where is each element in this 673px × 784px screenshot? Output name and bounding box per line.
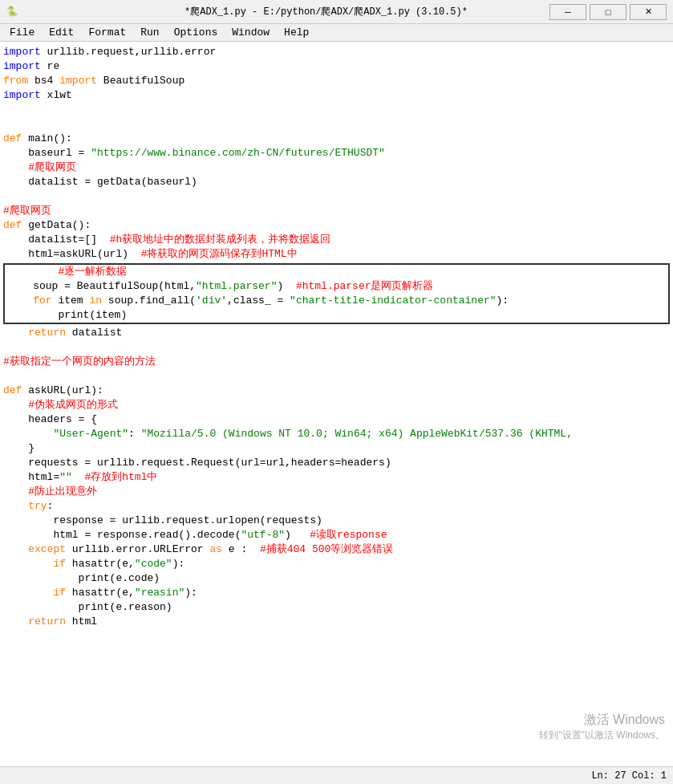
highlighted-code-block: #逐一解析数据 soup = BeautifulSoup(html,"html.…: [3, 263, 670, 324]
code-line: headers = {: [0, 412, 673, 427]
code-line: baseurl = "https://www.binance.com/zh-CN…: [0, 146, 673, 160]
code-line: datalist=[] #h获取地址中的数据封装成列表，并将数据返回: [0, 233, 673, 247]
code-line: #防止出现意外: [0, 485, 673, 499]
menu-run[interactable]: Run: [134, 25, 165, 40]
code-line: "User-Agent": "Mozilla/5.0 (Windows NT 1…: [0, 427, 673, 441]
maximize-button[interactable]: □: [590, 4, 626, 20]
minimize-button[interactable]: ─: [549, 4, 586, 20]
code-line: import urllib.request,urllib.error: [0, 45, 673, 59]
status-bar: Ln: 27 Col: 1: [0, 766, 673, 784]
window-controls[interactable]: ─ □ ✕: [549, 4, 667, 20]
menu-file[interactable]: File: [3, 25, 41, 40]
code-line: [0, 369, 673, 384]
code-line: print(item): [5, 308, 668, 323]
code-line: }: [0, 441, 673, 456]
windows-watermark: 激活 Windows 转到"设置"以激活 Windows。: [539, 712, 665, 742]
code-line: datalist = getData(baseurl): [0, 175, 673, 189]
code-line: #爬取网页: [0, 204, 673, 218]
code-line: def askURL(url):: [0, 384, 673, 398]
close-button[interactable]: ✕: [630, 4, 667, 20]
title-bar: 🐍 *爬ADX_1.py - E:/python/爬ADX/爬ADX_1.py …: [0, 0, 673, 24]
code-line: def main():: [0, 132, 673, 146]
code-line: soup = BeautifulSoup(html,"html.parser")…: [5, 279, 668, 294]
code-line: print(e.reason): [0, 600, 673, 615]
code-line: #获取指定一个网页的内容的方法: [0, 355, 673, 369]
code-editor[interactable]: import urllib.request,urllib.error impor…: [0, 42, 673, 766]
code-line: from bs4 import BeautifulSoup: [0, 74, 673, 88]
code-line: import re: [0, 59, 673, 74]
code-line: except urllib.error.URLError as e : #捕获4…: [0, 542, 673, 557]
code-line: html="" #存放到html中: [0, 470, 673, 485]
code-line: requests = urllib.request.Request(url=ur…: [0, 456, 673, 470]
menu-help[interactable]: Help: [278, 25, 315, 40]
cursor-position: Ln: 27 Col: 1: [591, 770, 667, 782]
code-line: #爬取网页: [0, 160, 673, 175]
code-line: return html: [0, 615, 673, 629]
menu-window[interactable]: Window: [225, 25, 276, 40]
code-line: return datalist: [0, 326, 673, 340]
window-title: *爬ADX_1.py - E:/python/爬ADX/爬ADX_1.py (3…: [103, 5, 549, 18]
code-line: html=askURL(url) #将获取的网页源码保存到HTML中: [0, 247, 673, 262]
menu-bar: File Edit Format Run Options Window Help: [0, 24, 673, 42]
code-line: #伪装成网页的形式: [0, 398, 673, 412]
code-line: #逐一解析数据: [5, 265, 668, 279]
code-line: [0, 189, 673, 204]
code-line: import xlwt: [0, 88, 673, 103]
code-line: [0, 103, 673, 117]
watermark-line1: 激活 Windows: [539, 712, 665, 729]
menu-format[interactable]: Format: [82, 25, 132, 40]
watermark-line2: 转到"设置"以激活 Windows。: [539, 729, 665, 742]
menu-edit[interactable]: Edit: [43, 25, 80, 40]
code-line: if hasattr(e,"reasin"):: [0, 586, 673, 600]
code-line: print(e.code): [0, 571, 673, 586]
code-line: [0, 340, 673, 355]
menu-options[interactable]: Options: [168, 25, 225, 40]
code-line: for item in soup.find_all('div',class_ =…: [5, 294, 668, 308]
code-line: if hasattr(e,"code"):: [0, 557, 673, 571]
code-line: try:: [0, 499, 673, 514]
code-line: html = response.read().decode("utf-8") #…: [0, 528, 673, 542]
code-line: def getData():: [0, 218, 673, 233]
code-line: response = urllib.request.urlopen(reques…: [0, 514, 673, 528]
code-line: [0, 117, 673, 132]
